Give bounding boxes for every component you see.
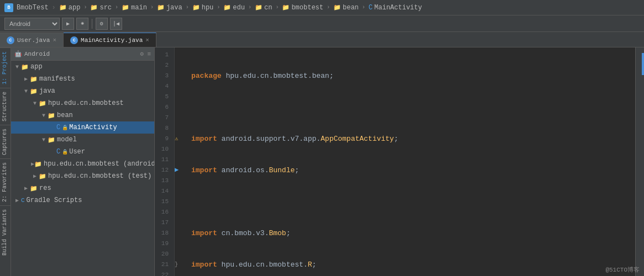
tree-item-manifests[interactable]: ▶ 📁 manifests (11, 73, 154, 85)
gutter-line (175, 71, 187, 81)
tree-label: hpu.edu.cn.bmobtest (48, 99, 124, 107)
expand-arrow: ▼ (22, 88, 30, 94)
breadcrumb-bmobtest: 📁bmobtest (282, 4, 323, 12)
breadcrumb-edu: 📁edu (223, 4, 245, 12)
folder-icon: 📁 (48, 112, 55, 119)
tree-label: bean (57, 112, 73, 119)
folder-icon: 📁 (21, 63, 29, 71)
line-num-16: 16 (155, 207, 172, 217)
line-num-13: 13 (155, 176, 172, 186)
tree-item-test[interactable]: ▶ 📁 hpu.edu.cn.bmobtest (test) (11, 170, 154, 182)
class-c-icon: C (56, 148, 60, 156)
breadcrumb-java: 📁java (157, 4, 182, 12)
tree-item-bean[interactable]: ▼ 📁 bean (11, 109, 154, 121)
class-icon: C (369, 4, 373, 12)
tab-label: User.java (17, 37, 50, 44)
class-c-icon: C (56, 124, 60, 131)
folder-icon: 📁 (34, 161, 42, 168)
tree-item-java[interactable]: ▼ 📁 java (11, 85, 154, 97)
line-num-6: 6 (155, 102, 172, 113)
gutter-line (175, 186, 187, 197)
folder-icon: 📁 (157, 4, 165, 11)
sidebar-tab-captures[interactable]: Captures (0, 125, 11, 158)
folder-icon: 📁 (30, 88, 38, 95)
folder-icon: 📁 (122, 4, 129, 11)
tab-close-button[interactable]: × (145, 37, 149, 44)
right-scrollbar[interactable] (635, 47, 644, 276)
sidebar-tab-build-variants[interactable]: Build Variants (0, 205, 11, 259)
gutter-line (175, 217, 187, 228)
tree-item-res[interactable]: ▶ 📁 res (11, 182, 154, 194)
line-num-18: 18 (155, 228, 172, 238)
visibility-icon: 🔒 (62, 125, 68, 131)
gutter-line (175, 249, 187, 259)
tree-header-controls: ⚙ ≡ (140, 50, 151, 57)
line-numbers: 1 2 3 4 5 6 7 8 9 10 11 12 13 14 15 16 1… (155, 47, 175, 276)
folder-icon: 📁 (39, 100, 46, 107)
code-editor[interactable]: 1 2 3 4 5 6 7 8 9 10 11 12 13 14 15 16 1… (155, 47, 635, 276)
tree-item-gradle[interactable]: ▶ C Gradle Scripts (11, 194, 154, 206)
gutter-line (175, 50, 187, 60)
breadcrumb-hpu: 📁hpu (192, 4, 214, 12)
project-tree: 🤖 Android ⚙ ≡ ▼ 📁 app ▶ 📁 manifests ▼ 📁 … (11, 47, 155, 276)
java-class-icon: C (70, 36, 78, 44)
gutter-line (175, 123, 187, 134)
folder-icon: 📁 (39, 173, 46, 180)
tree-item-hpu-pkg[interactable]: ▼ 📁 hpu.edu.cn.bmobtest (11, 97, 154, 109)
line-num-17: 17 (155, 217, 172, 228)
toolbar-btn-1[interactable]: ▶ (62, 18, 74, 30)
tree-item-user[interactable]: C 🔒 User (11, 146, 154, 158)
tree-label: hpu.edu.cn.bmobtest (test) (48, 172, 151, 180)
tab-close-button[interactable]: × (53, 37, 56, 44)
breadcrumb-app: 📁app (59, 4, 81, 12)
scroll-indicator (642, 53, 644, 75)
code-lines[interactable]: package hpu.edu.cn.bmobtest.bean; import… (187, 47, 635, 276)
tree-label: app (30, 63, 43, 71)
line-num-7: 7 (155, 113, 172, 123)
left-side-tabs: 1: Project Structure Captures 2: Favorit… (0, 47, 11, 276)
line-num-1: 1 (155, 50, 172, 60)
tab-user-java[interactable]: C User.java × (0, 33, 64, 47)
sidebar-tab-favorites[interactable]: 2: Favorites (0, 158, 11, 205)
main-content: 1: Project Structure Captures 2: Favorit… (0, 47, 644, 276)
line-num-22: 22 (155, 270, 172, 276)
gutter-close-21: } (175, 259, 187, 270)
tree-item-app[interactable]: ▼ 📁 app (11, 61, 154, 73)
config-dropdown[interactable]: Android (4, 18, 60, 30)
expand-arrow: ▶ (13, 197, 21, 204)
tree-item-androidtest[interactable]: ▶ 📁 hpu.edu.cn.bmobtest (androidTest) (11, 158, 154, 170)
expand-arrow: ▼ (13, 64, 21, 70)
toolbar-btn-2[interactable]: ⁕ (76, 18, 88, 30)
line-num-9: 9 (155, 134, 172, 144)
gradle-icon: C (21, 197, 25, 204)
tree-item-model[interactable]: ▼ 📁 model (11, 134, 154, 146)
line-num-15: 15 (155, 197, 172, 207)
line-num-4: 4 (155, 81, 172, 92)
java-class-icon: C (7, 36, 14, 44)
visibility-icon: 🔒 (62, 149, 68, 155)
tree-item-mainactivity[interactable]: C 🔒 MainActivity (11, 121, 154, 134)
app-logo: B (4, 3, 13, 12)
breadcrumb-mainactivity: CMainActivity (369, 4, 422, 12)
gutter: ⚠ ▶ } (175, 47, 187, 276)
tab-mainactivity-java[interactable]: C MainActivity.java × (64, 33, 156, 47)
toolbar-btn-4[interactable]: |◀ (110, 18, 122, 30)
folder-icon: 📁 (223, 4, 231, 11)
gutter-line (175, 238, 187, 249)
sidebar-tab-project[interactable]: 1: Project (0, 47, 11, 88)
code-line-1: package hpu.edu.cn.bmobtest.bean; (191, 71, 631, 81)
breadcrumb-main: 📁main (122, 4, 147, 12)
folder-icon: 📁 (30, 185, 38, 192)
code-line-5 (191, 197, 631, 207)
folder-icon: 📁 (255, 4, 263, 11)
breadcrumb-cn: 📁cn (255, 4, 272, 12)
gutter-run-12: ▶ (175, 165, 187, 176)
code-line-3: import android.support.v7.app.AppCompatA… (191, 134, 631, 144)
folder-icon: 📁 (48, 136, 55, 144)
app-title: BmobTest (17, 4, 49, 12)
watermark: @51CTO博客 (605, 266, 640, 274)
line-num-3: 3 (155, 71, 172, 81)
sidebar-tab-structure[interactable]: Structure (0, 88, 11, 125)
tree-header-label: Android (24, 51, 50, 57)
toolbar-btn-3[interactable]: ⚙ (96, 18, 108, 30)
